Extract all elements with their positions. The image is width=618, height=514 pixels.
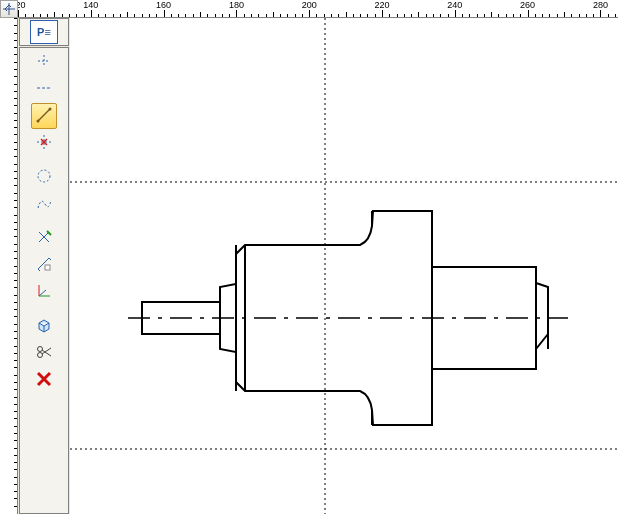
coord-axes-icon <box>35 282 53 302</box>
svg-line-3 <box>38 109 50 121</box>
ruler-label: 200 <box>302 0 317 10</box>
measure-tool-button[interactable] <box>31 252 57 278</box>
point-icon <box>35 52 53 72</box>
parametric-icon: P≡ <box>37 26 51 38</box>
angle-line-button[interactable] <box>31 103 57 129</box>
horizontal-line-button[interactable] <box>31 76 57 102</box>
ruler-label: 240 <box>447 0 462 10</box>
construction-point-button[interactable] <box>31 49 57 75</box>
box3d-icon <box>35 316 53 336</box>
delete-button[interactable] <box>31 367 57 393</box>
trim-construction-button[interactable] <box>31 225 57 251</box>
ruler-label: 120 <box>18 0 26 10</box>
drawing-canvas[interactable] <box>70 18 618 514</box>
svg-point-13 <box>38 347 43 352</box>
parametric-mode-button[interactable]: P≡ <box>30 20 58 44</box>
ruler-label: 260 <box>520 0 535 10</box>
circle-dash-icon <box>35 167 53 187</box>
vertical-ruler[interactable] <box>0 18 18 514</box>
ruler-origin[interactable] <box>0 0 18 18</box>
svg-point-8 <box>38 170 50 182</box>
ruler-label: 180 <box>229 0 244 10</box>
svg-point-14 <box>38 353 43 358</box>
ruler-label: 140 <box>83 0 98 10</box>
3d-box-tool-button[interactable] <box>31 313 57 339</box>
spline-curve-button[interactable] <box>31 191 57 217</box>
parametric-toolbox: P≡ <box>19 18 69 46</box>
x-red-icon <box>34 369 54 391</box>
svg-rect-9 <box>45 265 50 270</box>
svg-line-12 <box>39 290 46 296</box>
sketch-toolbox <box>19 47 69 514</box>
measure-icon <box>35 255 53 275</box>
scissors-icon <box>35 343 53 363</box>
ruler-label: 160 <box>156 0 171 10</box>
cut-scissors-button[interactable] <box>31 340 57 366</box>
svg-point-5 <box>49 108 52 111</box>
axis-x-icon <box>35 133 53 153</box>
hline-dash-icon <box>35 79 53 99</box>
axis-point-button[interactable] <box>31 130 57 156</box>
coordinate-reference-button[interactable] <box>31 279 57 305</box>
ruler-label: 220 <box>374 0 389 10</box>
ruler-label: 280 <box>593 0 608 10</box>
horizontal-ruler[interactable]: 120140160180200220240260280 <box>18 0 618 18</box>
construction-circle-button[interactable] <box>31 164 57 190</box>
spline-icon <box>35 194 53 214</box>
diagline-icon <box>35 106 53 126</box>
sketch-drawing <box>70 18 618 514</box>
trim-x-icon <box>35 228 53 248</box>
svg-point-4 <box>37 120 40 123</box>
